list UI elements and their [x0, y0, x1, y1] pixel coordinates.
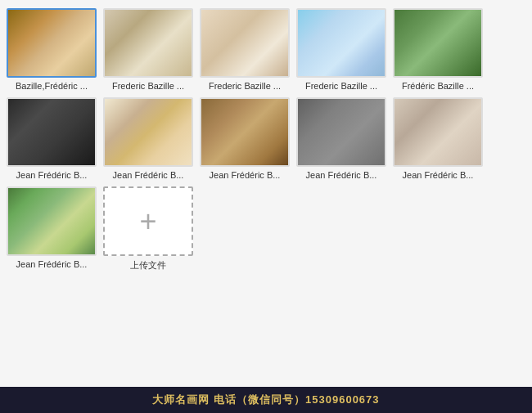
image-wrapper-2	[200, 8, 290, 78]
image-wrapper-7	[200, 97, 290, 167]
painting-image-8	[298, 99, 385, 165]
image-wrapper-9	[393, 97, 483, 167]
painting-image-10	[8, 188, 95, 254]
painting-image-7	[201, 99, 288, 165]
image-label-6: Jean Frédéric B...	[103, 170, 193, 180]
painting-image-0	[8, 10, 95, 76]
gallery-item-10[interactable]: Jean Frédéric B...	[7, 186, 97, 272]
footer-text: 大师名画网 电话（微信同号）15309600673	[152, 393, 379, 407]
image-wrapper-8	[296, 97, 386, 167]
image-wrapper-3	[296, 8, 386, 78]
gallery-container: Bazille,Frédéric ... Frederic Bazille ..…	[0, 0, 532, 280]
painting-image-1	[105, 10, 192, 76]
image-label-3: Frederic Bazille ...	[296, 81, 386, 91]
image-label-9: Jean Frédéric B...	[393, 170, 483, 180]
image-label-10: Jean Frédéric B...	[7, 259, 97, 269]
painting-image-9	[394, 99, 481, 165]
gallery-item-1[interactable]: Frederic Bazille ...	[103, 8, 193, 91]
image-wrapper-10	[7, 186, 97, 256]
painting-image-3	[298, 10, 385, 76]
image-label-5: Jean Frédéric B...	[7, 170, 97, 180]
gallery-item-4[interactable]: Frédéric Bazille ...	[393, 8, 483, 91]
gallery-item-0[interactable]: Bazille,Frédéric ...	[7, 8, 97, 91]
image-label-8: Jean Frédéric B...	[296, 170, 386, 180]
gallery-item-3[interactable]: Frederic Bazille ...	[296, 8, 386, 91]
upload-label: 上传文件	[103, 259, 193, 272]
image-wrapper-6	[103, 97, 193, 167]
gallery-item-7[interactable]: Jean Frédéric B...	[200, 97, 290, 180]
upload-button[interactable]: + 上传文件	[103, 186, 193, 272]
image-label-2: Frederic Bazille ...	[200, 81, 290, 91]
gallery-item-2[interactable]: Frederic Bazille ...	[200, 8, 290, 91]
image-label-1: Frederic Bazille ...	[103, 81, 193, 91]
image-wrapper-0	[7, 8, 97, 78]
painting-image-5	[8, 99, 95, 165]
painting-image-4	[394, 10, 481, 76]
gallery-item-6[interactable]: Jean Frédéric B...	[103, 97, 193, 180]
image-wrapper-4	[393, 8, 483, 78]
image-wrapper-1	[103, 8, 193, 78]
plus-icon: +	[139, 207, 156, 236]
painting-image-6	[105, 99, 192, 165]
image-wrapper-5	[7, 97, 97, 167]
image-label-0: Bazille,Frédéric ...	[7, 81, 97, 91]
gallery-item-8[interactable]: Jean Frédéric B...	[296, 97, 386, 180]
upload-wrapper: +	[103, 186, 193, 256]
painting-image-2	[201, 10, 288, 76]
image-label-7: Jean Frédéric B...	[200, 170, 290, 180]
footer-bar: 大师名画网 电话（微信同号）15309600673	[0, 387, 532, 413]
gallery-item-5[interactable]: Jean Frédéric B...	[7, 97, 97, 180]
gallery-item-9[interactable]: Jean Frédéric B...	[393, 97, 483, 180]
image-label-4: Frédéric Bazille ...	[393, 81, 483, 91]
